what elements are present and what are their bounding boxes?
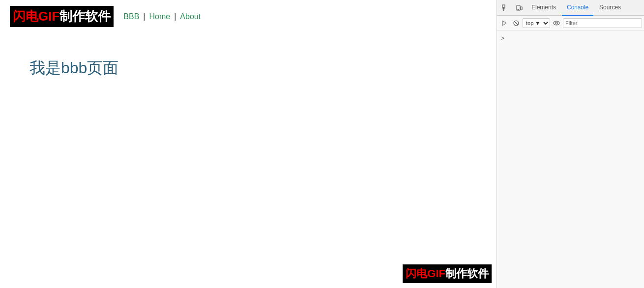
svg-point-10	[556, 22, 557, 24]
clear-console-button[interactable]	[511, 18, 522, 29]
svg-rect-4	[521, 7, 522, 10]
browser-content: 闪电GIF制作软件 BBB | Home | About 我是bbb页面 闪电G…	[0, 0, 497, 288]
app-logo: 闪电GIF制作软件	[10, 6, 114, 27]
device-toolbar-button[interactable]	[513, 1, 526, 14]
nav-sep-2: |	[174, 12, 176, 21]
logo-gif-text: GIF	[38, 9, 59, 24]
svg-rect-0	[502, 5, 505, 7]
nav-links: BBB | Home | About	[123, 12, 201, 21]
devtools-toolbar: top ▼	[497, 16, 644, 30]
nav-sep-1: |	[143, 12, 145, 21]
inspect-icon-button[interactable]	[499, 1, 512, 14]
logo-product-text: 制作软件	[59, 9, 111, 24]
console-filter-input[interactable]	[563, 18, 642, 28]
watermark-flash-text: 闪电	[406, 267, 427, 280]
page-body: 我是bbb页面	[0, 33, 497, 104]
page-heading: 我是bbb页面	[29, 58, 467, 79]
watermark-bottom: 闪电GIF制作软件	[403, 264, 492, 283]
devtools-panel: Elements Console Sources top ▼	[497, 0, 644, 288]
watermark-gif-text: GIF	[427, 267, 445, 280]
eye-icon-button[interactable]	[551, 18, 562, 29]
svg-marker-6	[502, 21, 506, 26]
context-selector[interactable]: top ▼	[523, 18, 550, 28]
logo-flash-text: 闪电	[13, 9, 38, 24]
svg-line-8	[515, 21, 518, 25]
nav-bbb-link[interactable]: BBB	[123, 12, 139, 21]
svg-point-9	[554, 21, 559, 25]
devtools-content: >	[497, 30, 644, 288]
tab-elements[interactable]: Elements	[527, 0, 561, 16]
nav-about-link[interactable]: About	[180, 12, 201, 21]
watermark-product-text: 制作软件	[445, 267, 489, 280]
tab-console[interactable]: Console	[562, 0, 593, 16]
devtools-tabs: Elements Console Sources	[497, 0, 644, 16]
run-icon-button[interactable]	[499, 18, 510, 29]
console-prompt-arrow[interactable]: >	[501, 35, 504, 42]
nav-home-link[interactable]: Home	[149, 12, 171, 21]
tab-sources[interactable]: Sources	[594, 0, 626, 16]
nav-bar: 闪电GIF制作软件 BBB | Home | About	[0, 0, 497, 33]
